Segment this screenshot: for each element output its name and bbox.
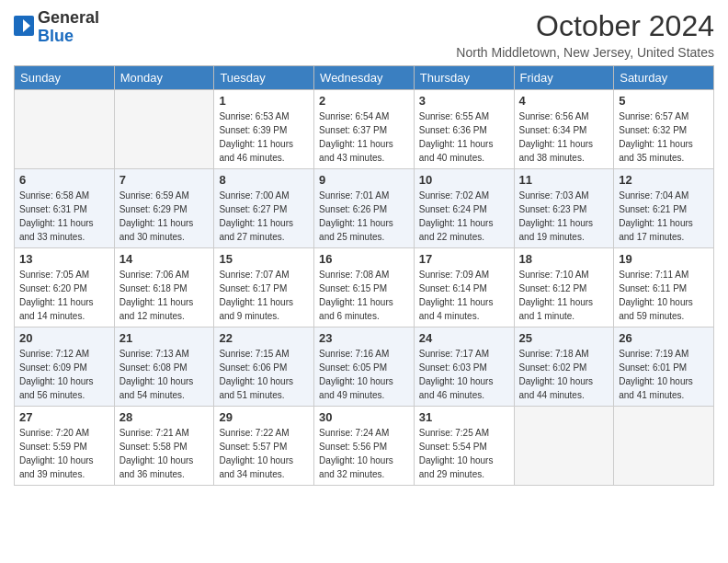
day-number: 7 <box>119 173 210 187</box>
day-number: 29 <box>219 410 309 424</box>
day-number: 31 <box>419 410 509 424</box>
day-info: Sunrise: 7:24 AMSunset: 5:56 PMDaylight:… <box>319 426 409 481</box>
day-number: 15 <box>219 252 309 266</box>
day-number: 18 <box>519 252 609 266</box>
day-info: Sunrise: 7:16 AMSunset: 6:05 PMDaylight:… <box>319 347 409 402</box>
day-number: 25 <box>519 331 609 345</box>
day-info: Sunrise: 7:20 AMSunset: 5:59 PMDaylight:… <box>19 426 109 481</box>
day-info: Sunrise: 6:56 AMSunset: 6:34 PMDaylight:… <box>519 109 609 165</box>
calendar-cell: 17Sunrise: 7:09 AMSunset: 6:14 PMDayligh… <box>414 248 514 327</box>
calendar-cell: 3Sunrise: 6:55 AMSunset: 6:36 PMDaylight… <box>414 90 514 169</box>
day-number: 19 <box>619 252 709 266</box>
day-info: Sunrise: 7:12 AMSunset: 6:09 PMDaylight:… <box>19 347 109 402</box>
day-number: 5 <box>619 94 709 108</box>
day-info: Sunrise: 7:09 AMSunset: 6:14 PMDaylight:… <box>419 268 509 323</box>
week-row-3: 13Sunrise: 7:05 AMSunset: 6:20 PMDayligh… <box>15 248 714 327</box>
header: General Blue October 2024 North Middleto… <box>14 9 714 60</box>
calendar-cell <box>614 407 714 486</box>
calendar-cell: 1Sunrise: 6:53 AMSunset: 6:39 PMDaylight… <box>214 90 314 169</box>
logo-icon <box>14 16 34 36</box>
day-number: 21 <box>119 331 210 345</box>
day-number: 14 <box>119 252 210 266</box>
calendar-cell: 23Sunrise: 7:16 AMSunset: 6:05 PMDayligh… <box>314 327 415 407</box>
calendar-cell: 21Sunrise: 7:13 AMSunset: 6:08 PMDayligh… <box>114 327 214 407</box>
page: General Blue October 2024 North Middleto… <box>0 0 728 495</box>
day-info: Sunrise: 7:05 AMSunset: 6:20 PMDaylight:… <box>19 268 109 323</box>
day-number: 17 <box>419 252 509 266</box>
calendar-cell: 25Sunrise: 7:18 AMSunset: 6:02 PMDayligh… <box>514 327 614 407</box>
weekday-header-friday: Friday <box>514 66 614 90</box>
day-info: Sunrise: 7:18 AMSunset: 6:02 PMDaylight:… <box>519 347 609 402</box>
day-number: 1 <box>219 94 309 108</box>
calendar-cell: 22Sunrise: 7:15 AMSunset: 6:06 PMDayligh… <box>214 327 314 407</box>
day-info: Sunrise: 6:55 AMSunset: 6:36 PMDaylight:… <box>419 109 509 165</box>
day-info: Sunrise: 7:25 AMSunset: 5:54 PMDaylight:… <box>419 426 509 481</box>
calendar-cell: 20Sunrise: 7:12 AMSunset: 6:09 PMDayligh… <box>15 327 115 407</box>
logo: General Blue <box>14 9 99 46</box>
weekday-header-sunday: Sunday <box>15 66 115 90</box>
calendar-cell <box>514 407 614 486</box>
day-info: Sunrise: 7:01 AMSunset: 6:26 PMDaylight:… <box>319 189 409 244</box>
day-number: 8 <box>219 173 309 187</box>
day-info: Sunrise: 7:21 AMSunset: 5:58 PMDaylight:… <box>119 426 210 481</box>
weekday-header-row: SundayMondayTuesdayWednesdayThursdayFrid… <box>15 66 714 90</box>
weekday-header-tuesday: Tuesday <box>214 66 314 90</box>
day-info: Sunrise: 6:58 AMSunset: 6:31 PMDaylight:… <box>19 189 109 244</box>
calendar-cell: 31Sunrise: 7:25 AMSunset: 5:54 PMDayligh… <box>414 407 514 486</box>
logo-text: General Blue <box>38 9 99 46</box>
day-number: 22 <box>219 331 309 345</box>
day-number: 24 <box>419 331 509 345</box>
calendar-cell: 11Sunrise: 7:03 AMSunset: 6:23 PMDayligh… <box>514 169 614 248</box>
day-info: Sunrise: 7:22 AMSunset: 5:57 PMDaylight:… <box>219 426 309 481</box>
weekday-header-saturday: Saturday <box>614 66 714 90</box>
month-title: October 2024 <box>456 9 714 43</box>
calendar-cell: 26Sunrise: 7:19 AMSunset: 6:01 PMDayligh… <box>614 327 714 407</box>
calendar-table: SundayMondayTuesdayWednesdayThursdayFrid… <box>14 65 714 486</box>
calendar-cell: 7Sunrise: 6:59 AMSunset: 6:29 PMDaylight… <box>114 169 214 248</box>
day-info: Sunrise: 7:13 AMSunset: 6:08 PMDaylight:… <box>119 347 210 402</box>
calendar-cell: 13Sunrise: 7:05 AMSunset: 6:20 PMDayligh… <box>15 248 115 327</box>
calendar-cell <box>15 90 115 169</box>
day-info: Sunrise: 7:00 AMSunset: 6:27 PMDaylight:… <box>219 189 309 244</box>
day-number: 10 <box>419 173 509 187</box>
calendar-cell <box>114 90 214 169</box>
week-row-2: 6Sunrise: 6:58 AMSunset: 6:31 PMDaylight… <box>15 169 714 248</box>
day-number: 3 <box>419 94 509 108</box>
calendar-cell: 9Sunrise: 7:01 AMSunset: 6:26 PMDaylight… <box>314 169 415 248</box>
day-number: 12 <box>619 173 709 187</box>
day-number: 6 <box>19 173 109 187</box>
day-info: Sunrise: 7:04 AMSunset: 6:21 PMDaylight:… <box>619 189 709 244</box>
calendar-cell: 10Sunrise: 7:02 AMSunset: 6:24 PMDayligh… <box>414 169 514 248</box>
day-number: 28 <box>119 410 210 424</box>
calendar-cell: 12Sunrise: 7:04 AMSunset: 6:21 PMDayligh… <box>614 169 714 248</box>
weekday-header-wednesday: Wednesday <box>314 66 415 90</box>
day-number: 9 <box>319 173 409 187</box>
day-number: 2 <box>319 94 409 108</box>
day-info: Sunrise: 6:53 AMSunset: 6:39 PMDaylight:… <box>219 109 309 165</box>
day-info: Sunrise: 6:59 AMSunset: 6:29 PMDaylight:… <box>119 189 210 244</box>
day-info: Sunrise: 7:03 AMSunset: 6:23 PMDaylight:… <box>519 189 609 244</box>
calendar-cell: 14Sunrise: 7:06 AMSunset: 6:18 PMDayligh… <box>114 248 214 327</box>
day-number: 4 <box>519 94 609 108</box>
day-info: Sunrise: 6:54 AMSunset: 6:37 PMDaylight:… <box>319 109 409 165</box>
day-number: 27 <box>19 410 109 424</box>
calendar-cell: 4Sunrise: 6:56 AMSunset: 6:34 PMDaylight… <box>514 90 614 169</box>
day-info: Sunrise: 7:07 AMSunset: 6:17 PMDaylight:… <box>219 268 309 323</box>
day-info: Sunrise: 7:11 AMSunset: 6:11 PMDaylight:… <box>619 268 709 323</box>
week-row-4: 20Sunrise: 7:12 AMSunset: 6:09 PMDayligh… <box>15 327 714 407</box>
day-number: 11 <box>519 173 609 187</box>
day-info: Sunrise: 7:15 AMSunset: 6:06 PMDaylight:… <box>219 347 309 402</box>
calendar-cell: 5Sunrise: 6:57 AMSunset: 6:32 PMDaylight… <box>614 90 714 169</box>
calendar-cell: 8Sunrise: 7:00 AMSunset: 6:27 PMDaylight… <box>214 169 314 248</box>
calendar-cell: 19Sunrise: 7:11 AMSunset: 6:11 PMDayligh… <box>614 248 714 327</box>
calendar-cell: 27Sunrise: 7:20 AMSunset: 5:59 PMDayligh… <box>15 407 115 486</box>
calendar-cell: 28Sunrise: 7:21 AMSunset: 5:58 PMDayligh… <box>114 407 214 486</box>
day-info: Sunrise: 7:02 AMSunset: 6:24 PMDaylight:… <box>419 189 509 244</box>
day-info: Sunrise: 7:08 AMSunset: 6:15 PMDaylight:… <box>319 268 409 323</box>
calendar-cell: 29Sunrise: 7:22 AMSunset: 5:57 PMDayligh… <box>214 407 314 486</box>
location: North Middletown, New Jersey, United Sta… <box>456 45 714 60</box>
day-number: 13 <box>19 252 109 266</box>
calendar-cell: 24Sunrise: 7:17 AMSunset: 6:03 PMDayligh… <box>414 327 514 407</box>
calendar-cell: 16Sunrise: 7:08 AMSunset: 6:15 PMDayligh… <box>314 248 415 327</box>
day-info: Sunrise: 7:19 AMSunset: 6:01 PMDaylight:… <box>619 347 709 402</box>
